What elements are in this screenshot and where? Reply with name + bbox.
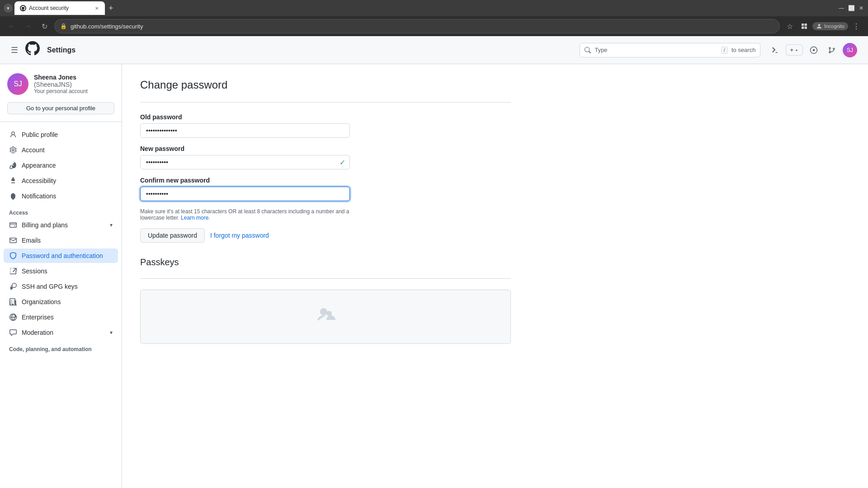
key-icon xyxy=(9,283,17,290)
header-actions: + SJ xyxy=(768,43,857,57)
passkeys-section: Passkeys xyxy=(140,257,511,344)
sidebar-item-accessibility[interactable]: Accessibility xyxy=(4,174,118,188)
paintbrush-icon xyxy=(9,162,17,169)
sidebar-item-sessions[interactable]: Sessions xyxy=(4,264,118,278)
old-password-label: Old password xyxy=(140,113,511,121)
sidebar-label-account: Account xyxy=(22,146,45,154)
tab-close-button[interactable]: ✕ xyxy=(94,5,99,12)
pull-requests-icon[interactable] xyxy=(825,43,839,57)
sidebar-navigation: Public profile Account Appearance xyxy=(0,122,122,360)
code-section-label: Code, planning, and automation xyxy=(4,341,118,354)
svg-point-8 xyxy=(829,47,830,49)
sidebar-item-password-auth[interactable]: Password and authentication xyxy=(4,249,118,263)
toolbar-actions: ☆ Incognito ⋮ xyxy=(783,20,863,33)
svg-point-11 xyxy=(833,48,835,49)
sidebar-label-emails: Emails xyxy=(22,237,41,244)
page-layout: SJ Sheena Jones (SheenaJNS) Your persona… xyxy=(0,64,868,488)
lock-icon: 🔒 xyxy=(60,23,67,29)
shield-icon xyxy=(9,252,17,259)
new-tab-button[interactable]: + xyxy=(107,4,115,13)
form-actions: Update password I forgot my password xyxy=(140,228,511,243)
user-info: Sheena Jones (SheenaJNS) Your personal a… xyxy=(34,74,114,94)
minimize-button[interactable]: — xyxy=(838,5,844,11)
hamburger-menu[interactable]: ☰ xyxy=(11,45,18,55)
back-button[interactable]: ← xyxy=(5,20,18,33)
sidebar-item-appearance[interactable]: Appearance xyxy=(4,158,118,173)
github-logo[interactable] xyxy=(25,41,40,59)
svg-rect-0 xyxy=(802,23,804,26)
browser-window: ▼ Account security ✕ + — ⬜ ✕ ← → ↻ 🔒 git… xyxy=(0,0,868,36)
user-handle: (SheenaJNS) xyxy=(34,81,72,88)
active-tab[interactable]: Account security ✕ xyxy=(14,1,105,15)
svg-point-12 xyxy=(320,308,327,315)
sidebar-item-enterprises[interactable]: Enterprises xyxy=(4,310,118,324)
sidebar-label-accessibility: Accessibility xyxy=(22,177,56,184)
sidebar-item-emails[interactable]: Emails xyxy=(4,233,118,248)
sidebar-label-enterprises: Enterprises xyxy=(22,314,54,321)
credit-card-icon xyxy=(9,221,17,229)
sidebar-label-sessions: Sessions xyxy=(22,267,47,275)
issues-icon[interactable] xyxy=(807,43,821,57)
tab-favicon xyxy=(20,5,26,11)
sidebar-label-appearance: Appearance xyxy=(22,162,56,169)
new-password-group: New password ✓ xyxy=(140,145,511,169)
new-password-input[interactable] xyxy=(140,155,350,169)
extension-button[interactable] xyxy=(798,20,811,33)
bell-icon xyxy=(9,192,17,200)
url-text: github.com/settings/security xyxy=(71,23,143,30)
global-search-bar[interactable]: Type / to search xyxy=(580,43,760,57)
refresh-button[interactable]: ↻ xyxy=(38,20,51,33)
learn-more-link[interactable]: Learn more. xyxy=(181,215,210,221)
maximize-button[interactable]: ⬜ xyxy=(848,5,854,11)
create-new-button[interactable]: + xyxy=(786,44,803,56)
confirm-password-group: Confirm new password xyxy=(140,177,511,201)
tab-bar: ▼ Account security ✕ + — ⬜ ✕ xyxy=(0,0,868,16)
person-icon xyxy=(9,131,17,138)
globe-icon xyxy=(9,314,17,321)
new-password-label: New password xyxy=(140,145,511,152)
accessibility-icon xyxy=(9,177,17,184)
sidebar-label-organizations: Organizations xyxy=(22,298,61,305)
confirm-password-input[interactable] xyxy=(140,187,350,201)
bookmark-button[interactable]: ☆ xyxy=(783,20,796,33)
go-to-profile-button[interactable]: Go to your personal profile xyxy=(7,102,114,114)
svg-point-7 xyxy=(813,49,815,51)
sidebar-item-ssh-gpg[interactable]: SSH and GPG keys xyxy=(4,279,118,294)
forward-button[interactable]: → xyxy=(22,20,34,33)
sidebar-item-organizations[interactable]: Organizations xyxy=(4,295,118,309)
app-name-label: Settings xyxy=(47,46,75,54)
browser-toolbar: ← → ↻ 🔒 github.com/settings/security ☆ I… xyxy=(0,16,868,36)
address-bar[interactable]: 🔒 github.com/settings/security xyxy=(54,19,780,33)
incognito-label: Incognito xyxy=(824,23,844,29)
sidebar-label-ssh-gpg: SSH and GPG keys xyxy=(22,283,78,290)
password-hint: Make sure it's at least 15 characters OR… xyxy=(140,208,350,221)
sidebar-item-notifications[interactable]: Notifications xyxy=(4,189,118,203)
sidebar-item-account[interactable]: Account xyxy=(4,143,118,157)
mail-icon xyxy=(9,237,17,244)
github-header: ☰ Settings Type / to search + xyxy=(0,36,868,64)
passkeys-card xyxy=(140,290,511,344)
terminal-icon[interactable] xyxy=(768,43,782,57)
profile-btn-wrapper: Go to your personal profile xyxy=(0,102,122,122)
sidebar-item-moderation[interactable]: Moderation ▾ xyxy=(4,325,118,340)
new-password-wrapper: ✓ xyxy=(140,155,350,169)
user-account-type: Your personal account xyxy=(34,88,114,94)
old-password-input[interactable] xyxy=(140,123,350,138)
tab-group-button[interactable]: ▼ xyxy=(4,4,13,13)
menu-button[interactable]: ⋮ xyxy=(850,20,863,33)
user-avatar-header[interactable]: SJ xyxy=(843,43,857,57)
sidebar-item-billing[interactable]: Billing and plans ▾ xyxy=(4,218,118,232)
svg-rect-3 xyxy=(805,27,807,29)
update-password-button[interactable]: Update password xyxy=(140,228,205,243)
sidebar-label-password-auth: Password and authentication xyxy=(22,252,103,259)
table-icon xyxy=(9,298,17,305)
sidebar-label-public-profile: Public profile xyxy=(22,131,58,138)
search-shortcut: / xyxy=(721,47,728,54)
svg-rect-1 xyxy=(805,23,807,26)
window-controls: — ⬜ ✕ xyxy=(838,5,864,11)
confirm-password-wrapper xyxy=(140,187,350,201)
sidebar-item-public-profile[interactable]: Public profile xyxy=(4,127,118,142)
close-window-button[interactable]: ✕ xyxy=(858,5,864,11)
forgot-password-link[interactable]: I forgot my password xyxy=(210,232,269,239)
old-password-wrapper xyxy=(140,123,350,138)
